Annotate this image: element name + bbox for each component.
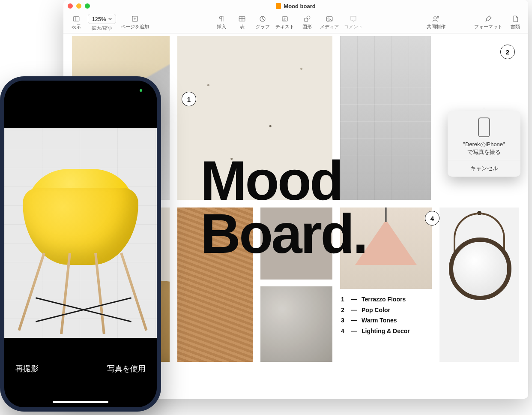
svg-rect-5 — [239, 17, 245, 21]
svg-point-16 — [434, 17, 436, 19]
image-icon — [326, 15, 333, 23]
iphone-screen: 再撮影 写真を使用 — [4, 81, 157, 407]
board-legend: 1—Terrazzo Floors 2—Pop Color 3—Warm Ton… — [341, 294, 431, 336]
table-icon — [238, 15, 246, 23]
image-tile-mirror[interactable] — [439, 208, 519, 362]
comment-button[interactable]: コメント — [341, 13, 365, 33]
add-page-label: ページを追加 — [121, 24, 149, 30]
mirror-icon — [449, 238, 511, 300]
insert-button[interactable]: 挿入 — [211, 13, 232, 33]
popover-cancel-button[interactable]: キャンセル — [448, 160, 520, 177]
retake-button[interactable]: 再撮影 — [15, 364, 39, 374]
zoom-label: 拡大/縮小 — [92, 25, 112, 31]
board-title-line1: Mood — [200, 154, 367, 208]
chart-button[interactable]: グラフ — [252, 13, 273, 33]
sidebar-icon — [72, 15, 80, 23]
home-indicator[interactable] — [53, 401, 108, 403]
media-button[interactable]: メディア — [317, 13, 341, 33]
camera-footer: 再撮影 写真を使用 — [4, 343, 157, 407]
table-button[interactable]: 表 — [232, 13, 252, 33]
window-titlebar: Mood board — [63, 0, 528, 12]
text-button[interactable]: あ テキスト — [273, 13, 297, 33]
minimize-window-button[interactable] — [76, 3, 81, 9]
zoom-window-button[interactable] — [85, 3, 90, 9]
close-window-button[interactable] — [68, 3, 73, 9]
image-tile-fur[interactable] — [260, 286, 332, 362]
legend-row: 1—Terrazzo Floors — [341, 294, 431, 305]
callout-2[interactable]: 2 — [500, 45, 515, 59]
collaborate-button[interactable]: 共同制作 — [424, 13, 448, 33]
zoom-control[interactable]: 125% 拡大/縮小 — [87, 13, 117, 33]
zoom-value: 125% — [92, 16, 106, 22]
view-button[interactable]: 表示 — [66, 13, 87, 33]
camera-preview — [4, 128, 157, 338]
board-title-line2: Board. — [200, 208, 367, 261]
pilcrow-icon — [218, 15, 225, 23]
svg-rect-0 — [73, 17, 79, 21]
svg-point-17 — [437, 16, 439, 18]
svg-point-15 — [328, 18, 329, 19]
chevron-down-icon — [108, 17, 112, 21]
legend-row: 3—Warm Tones — [341, 315, 431, 326]
add-page-button[interactable]: ページを追加 — [117, 13, 152, 33]
format-button[interactable]: フォーマット — [472, 13, 505, 33]
svg-text:あ: あ — [283, 17, 287, 21]
use-photo-button[interactable]: 写真を使用 — [107, 364, 146, 374]
iphone-device: 再撮影 写真を使用 — [0, 76, 161, 412]
board-title[interactable]: Mood Board. — [200, 154, 367, 260]
camera-active-indicator-icon — [140, 89, 142, 92]
document-icon — [276, 3, 281, 9]
text-box-icon: あ — [281, 15, 289, 23]
collaborate-icon — [432, 15, 440, 23]
plus-square-icon — [131, 15, 139, 23]
paintbrush-icon — [484, 15, 492, 23]
view-label: 表示 — [72, 24, 81, 30]
continuity-camera-popover: "DerekのiPhone" で写真を撮る キャンセル — [448, 111, 520, 177]
svg-point-13 — [307, 16, 310, 19]
shape-icon — [303, 15, 311, 23]
comment-icon — [350, 15, 357, 23]
popover-message: "DerekのiPhone" で写真を撮る — [448, 141, 520, 160]
shape-button[interactable]: 図形 — [297, 13, 317, 33]
toolbar: 表示 125% 拡大/縮小 ページを追加 挿入 表 — [63, 12, 528, 33]
window-title-text: Mood board — [284, 3, 315, 9]
callout-1[interactable]: 1 — [182, 92, 196, 106]
iphone-notch — [48, 81, 113, 93]
legend-row: 4—Lighting & Decor — [341, 326, 431, 337]
document-page-icon — [511, 15, 519, 23]
legend-row: 2—Pop Color — [341, 305, 431, 316]
window-title: Mood board — [63, 3, 528, 9]
callout-4[interactable]: 4 — [425, 211, 439, 226]
document-button[interactable]: 書類 — [505, 13, 526, 33]
window-traffic-lights — [68, 3, 90, 9]
iphone-outline-icon — [478, 117, 490, 137]
pie-chart-icon — [259, 15, 266, 23]
